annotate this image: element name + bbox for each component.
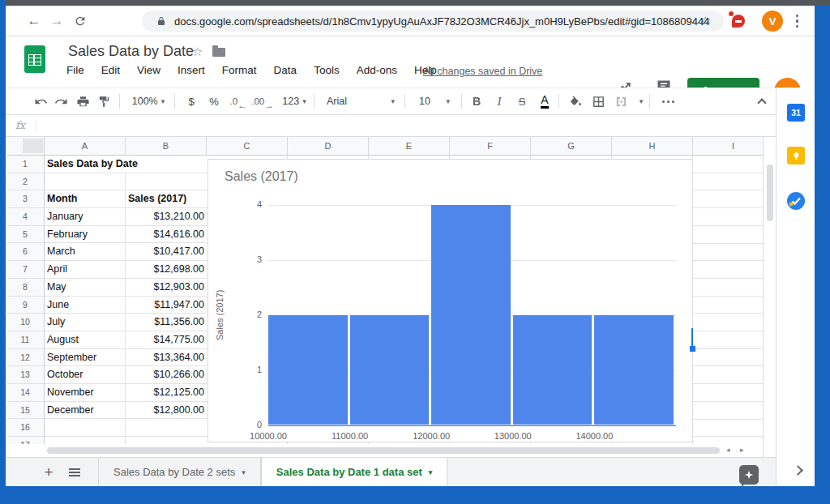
cell-month[interactable]: February: [45, 226, 126, 243]
cell-month[interactable]: September: [45, 349, 126, 366]
bookmark-star-icon[interactable]: ☆: [700, 14, 711, 28]
hide-toolbar-button[interactable]: [751, 88, 772, 114]
merge-options-caret[interactable]: ▾: [635, 88, 648, 114]
sheet-tab-menu-caret[interactable]: ▾: [429, 468, 433, 476]
explore-button[interactable]: [739, 465, 759, 485]
row-header-14[interactable]: 14: [6, 384, 44, 402]
row-header-3[interactable]: 3: [6, 190, 44, 208]
scroll-left-icon[interactable]: ◂: [726, 446, 730, 454]
cell-sales-value[interactable]: $11,947.00: [126, 297, 207, 314]
histogram-bar[interactable]: [350, 315, 430, 425]
address-bar[interactable]: docs.google.com/spreadsheets/d/1h8Cmv1yp…: [142, 11, 724, 32]
strikethrough-button[interactable]: S: [511, 88, 533, 114]
save-status-link[interactable]: All changes saved in Drive: [423, 66, 542, 77]
menu-insert[interactable]: Insert: [178, 64, 205, 76]
cell-month[interactable]: August: [45, 331, 126, 348]
move-folder-icon[interactable]: [212, 48, 225, 57]
sheet-tab-1-data-set[interactable]: Sales Data by Date 1 data set▾: [261, 458, 447, 486]
sheet-tab-menu-caret[interactable]: ▾: [242, 468, 246, 476]
cell-sales-value[interactable]: $12,903.00: [126, 279, 207, 296]
column-header-E[interactable]: E: [369, 137, 450, 155]
zoom-select[interactable]: 100%▾: [126, 88, 171, 114]
select-all-corner[interactable]: [6, 137, 45, 156]
column-header-G[interactable]: G: [531, 137, 612, 155]
embedded-chart[interactable]: Sales (2017) Sales (2017) 0123410000.001…: [208, 159, 693, 442]
column-header-C[interactable]: C: [207, 137, 288, 155]
cell-sales-value[interactable]: $10,266.00: [126, 366, 207, 383]
horizontal-scrollbar-thumb[interactable]: [47, 447, 720, 454]
row-header-7[interactable]: 7: [6, 261, 44, 279]
extension-icon[interactable]: [732, 15, 745, 28]
row-header-15[interactable]: 15: [6, 402, 44, 420]
menu-view[interactable]: View: [137, 64, 160, 76]
chart-resize-handle[interactable]: [690, 346, 695, 352]
row-header-4[interactable]: 4: [6, 208, 44, 226]
cell-sales-value[interactable]: $13,210.00: [126, 208, 207, 225]
cell-empty[interactable]: [45, 437, 126, 444]
cell-month[interactable]: November: [45, 384, 126, 401]
sheet-tab-2-sets[interactable]: Sales Data by Date 2 sets▾: [98, 458, 261, 486]
more-toolbar-button[interactable]: [656, 88, 680, 114]
row-header-12[interactable]: 12: [6, 349, 44, 367]
row-header-10[interactable]: 10: [6, 314, 44, 331]
cell-empty[interactable]: [126, 173, 207, 190]
cell-empty[interactable]: [45, 173, 126, 190]
row-header-17[interactable]: 17: [6, 437, 44, 444]
cell-sales-value[interactable]: $14,775.00: [126, 331, 207, 348]
cell-month-header[interactable]: Month: [45, 190, 126, 207]
scroll-right-icon[interactable]: ▸: [740, 446, 744, 454]
cell-A1[interactable]: Sales Data by Date: [45, 156, 207, 173]
cell-sales-value[interactable]: $14,616.00: [126, 226, 207, 243]
refresh-button[interactable]: [71, 12, 89, 30]
document-title[interactable]: Sales Data by Date: [68, 43, 194, 60]
horizontal-scrollbar[interactable]: ◂ ▸: [6, 444, 763, 457]
menu-file[interactable]: File: [66, 64, 84, 76]
menu-edit[interactable]: Edit: [101, 64, 120, 76]
font-size-select[interactable]: 10▾: [411, 88, 458, 114]
fill-color-button[interactable]: [565, 88, 586, 114]
star-document-icon[interactable]: ☆: [192, 45, 203, 59]
print-button[interactable]: [72, 88, 93, 114]
tasks-icon[interactable]: [786, 191, 806, 211]
keep-icon[interactable]: [787, 147, 805, 164]
cell-month[interactable]: December: [45, 402, 126, 419]
column-header-D[interactable]: D: [288, 137, 369, 155]
row-header-5[interactable]: 5: [6, 226, 44, 244]
bold-button[interactable]: B: [466, 88, 487, 114]
row-header-11[interactable]: 11: [6, 331, 44, 349]
histogram-bar[interactable]: [431, 205, 511, 425]
text-color-button[interactable]: A: [534, 88, 555, 114]
italic-button[interactable]: I: [489, 88, 510, 114]
cell-empty[interactable]: [126, 437, 207, 444]
menu-tools[interactable]: Tools: [314, 64, 340, 76]
histogram-bar[interactable]: [513, 315, 593, 425]
row-header-16[interactable]: 16: [6, 419, 44, 437]
calendar-icon[interactable]: 31: [787, 104, 805, 122]
back-button[interactable]: ←: [25, 12, 43, 30]
cell-empty[interactable]: [45, 419, 126, 436]
histogram-bar[interactable]: [268, 315, 348, 425]
column-header-B[interactable]: B: [126, 137, 207, 155]
row-header-13[interactable]: 13: [6, 366, 44, 384]
decrease-decimal-button[interactable]: .0←: [228, 88, 249, 114]
paint-format-button[interactable]: [93, 88, 114, 114]
forward-button[interactable]: →: [48, 12, 66, 30]
all-sheets-button[interactable]: [61, 458, 88, 486]
column-header-F[interactable]: F: [450, 137, 531, 155]
format-percent-button[interactable]: %: [205, 88, 223, 114]
menu-addons[interactable]: Add-ons: [357, 64, 397, 76]
cell-sales-value[interactable]: $12,800.00: [126, 402, 207, 419]
vertical-scrollbar[interactable]: [763, 137, 776, 457]
cell-month[interactable]: March: [45, 243, 126, 260]
format-currency-button[interactable]: $: [182, 88, 200, 114]
cell-sales-value[interactable]: $10,417.00: [126, 243, 207, 260]
menu-format[interactable]: Format: [222, 64, 257, 76]
menu-data[interactable]: Data: [274, 64, 297, 76]
histogram-bar[interactable]: [594, 315, 674, 425]
merge-cells-button[interactable]: [610, 88, 631, 114]
add-sheet-button[interactable]: +: [36, 458, 61, 486]
row-header-6[interactable]: 6: [6, 243, 44, 261]
vertical-scrollbar-thumb[interactable]: [767, 164, 773, 221]
browser-profile-avatar[interactable]: V: [762, 11, 783, 32]
row-header-2[interactable]: 2: [6, 173, 44, 191]
